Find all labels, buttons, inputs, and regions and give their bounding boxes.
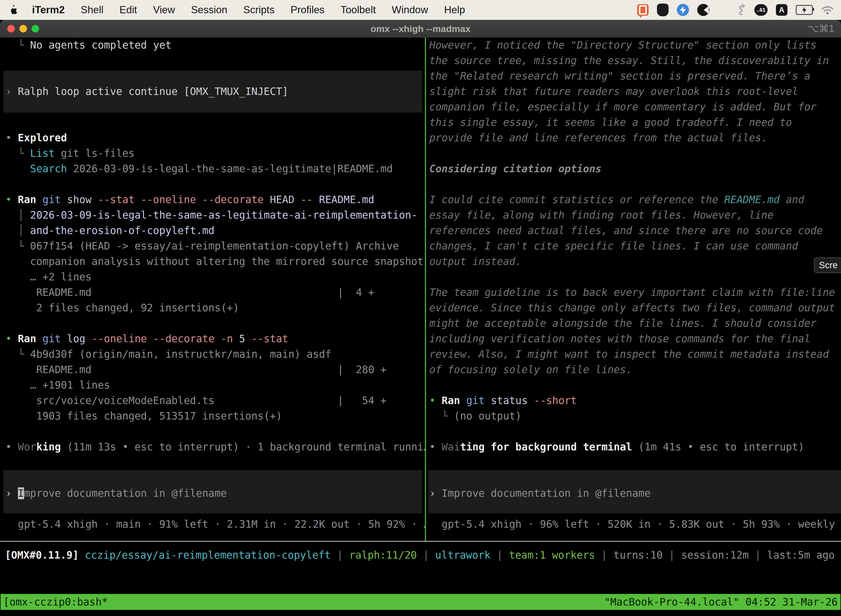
menu-item-session[interactable]: Session: [191, 4, 227, 16]
terminal-line: › Ralph loop active continue [OMX_TMUX_I…: [6, 84, 288, 99]
record-crescent-icon[interactable]: [697, 4, 709, 16]
window-title: omx --xhigh --madmax: [0, 23, 841, 34]
shield-grid-icon[interactable]: [657, 4, 668, 16]
terminal-line: Considering citation options: [429, 161, 602, 177]
menu-item-window[interactable]: Window: [392, 4, 428, 16]
terminal-line: slight risk that future readers may over…: [429, 84, 798, 99]
menu-items: iTerm2ShellEditViewSessionScriptsProfile…: [32, 4, 465, 16]
window-title-bar: omx --xhigh --madmax ⌥⌘1: [0, 20, 841, 38]
terminal-line: • Working (11m 13s • esc to interrupt) ·…: [6, 439, 425, 455]
terminal-line: including verification notes with those …: [429, 331, 810, 347]
letter-a-icon[interactable]: A: [776, 4, 787, 16]
terminal-line: the "Related research writing" section i…: [429, 69, 810, 84]
menubar-status-icons: ..61 A: [637, 4, 834, 16]
terminal-line: the source tree, missing the essay. Stil…: [429, 53, 829, 69]
terminal-line: │ and-the-erosion-of-copyleft.md: [6, 223, 214, 238]
terminal-line: • Ran git log --oneline --decorate -n 5 …: [6, 331, 288, 347]
terminal-line: 1903 files changed, 513517 insertions(+): [6, 408, 282, 424]
wifi-icon[interactable]: [821, 5, 834, 15]
terminal-line: • Ran git show --stat --oneline --decora…: [6, 192, 374, 208]
terminal-line: └ 4b9d30f (origin/main, instructkr/main,…: [6, 347, 331, 362]
terminal-line: … +1901 lines: [6, 378, 110, 393]
tmux-session-window[interactable]: [omx-cczip0:bash*: [3, 596, 108, 608]
squiggle-icon[interactable]: [737, 4, 746, 16]
pane-divider[interactable]: [425, 38, 426, 541]
terminal-line: README.md | 280 +: [6, 362, 387, 378]
menu-item-scripts[interactable]: Scripts: [243, 4, 274, 16]
terminal-line: • Explored: [6, 130, 67, 146]
menu-item-edit[interactable]: Edit: [119, 4, 137, 16]
terminal-line: › Improve documentation in @filename: [6, 486, 227, 501]
terminal-line: └ No agents completed yet: [6, 38, 171, 53]
terminal-line: gpt-5.4 xhigh · main · 91% left · 2.31M …: [6, 517, 425, 532]
menu-item-shell[interactable]: Shell: [81, 4, 104, 16]
terminal-line: Search 2026-03-09-is-legal-the-same-as-l…: [6, 161, 393, 177]
menu-item-toolbelt[interactable]: Toolbelt: [340, 4, 376, 16]
terminal-line: └ (no output): [429, 408, 522, 424]
apple-menu-icon[interactable]: [8, 4, 18, 15]
right-terminal-pane[interactable]: However, I noticed the "Directory Struct…: [429, 38, 841, 534]
menu-item-iterm2[interactable]: iTerm2: [32, 4, 65, 16]
terminal-line: › Improve documentation in @filename: [429, 486, 651, 501]
terminal-line: └ List git ls-files: [6, 146, 135, 161]
screen-sharing-tooltip: Scre: [814, 258, 841, 273]
terminal-line: src/voice/voiceModeEnabled.ts | 54 +: [6, 393, 387, 408]
terminal-line: provide file and line references from th…: [429, 130, 767, 146]
menu-item-view[interactable]: View: [153, 4, 175, 16]
terminal-line: companion file, especially if more comme…: [429, 99, 816, 115]
terminal-line: output instead.: [429, 254, 522, 269]
menu-item-help[interactable]: Help: [444, 4, 465, 16]
terminal-line: The team guideline is to back every impo…: [429, 285, 835, 300]
terminal-line: │ 2026-03-09-is-legal-the-same-as-legiti…: [6, 208, 418, 223]
terminal-line: review. Also, I might want to inspect th…: [429, 347, 829, 362]
screen: { "colors": { "g4": "#6e6e6e", "g5": "#8…: [0, 0, 841, 616]
tooltip-label: Scre: [819, 260, 838, 270]
terminal-line: gpt-5.4 xhigh · 96% left · 520K in · 5.8…: [429, 517, 841, 532]
chat-app-icon[interactable]: [637, 4, 649, 16]
terminal-line: evidence. Since this change only affects…: [429, 300, 835, 316]
tmux-host-clock: "MacBook-Pro-44.local" 04:52 31-Mar-26: [604, 596, 838, 608]
terminal-line: might be acceptable alongside the file l…: [429, 316, 816, 331]
statusline-divider: [0, 541, 841, 542]
terminal-line: README.md | 4 +: [6, 285, 374, 300]
dots-grid-icon[interactable]: [718, 5, 728, 15]
terminal-line: … +2 lines: [6, 269, 92, 285]
terminal-line: However, I noticed the "Directory Struct…: [429, 38, 816, 53]
bolt-badge-icon[interactable]: [677, 4, 689, 16]
count-badge-icon[interactable]: ..61: [755, 4, 768, 16]
omx-status-line: [OMX#0.11.9] cczip/essay/ai-reimplementa…: [5, 547, 835, 563]
terminal-line: changes, I can't cite specific file line…: [429, 238, 798, 254]
terminal-line: • Ran git status --short: [429, 393, 577, 408]
terminal-line: └ 067f154 (HEAD -> essay/ai-reimplementa…: [6, 238, 399, 254]
macos-menu-bar: iTerm2ShellEditViewSessionScriptsProfile…: [0, 0, 841, 20]
window-shortcut-badge: ⌥⌘1: [807, 23, 834, 35]
terminal-line: of focusing solely on file lines.: [429, 362, 632, 378]
menu-item-profiles[interactable]: Profiles: [290, 4, 324, 16]
left-terminal-pane[interactable]: └ No agents completed yet› Ralph loop ac…: [6, 38, 425, 534]
tmux-status-bar: [omx-cczip0:bash* "MacBook-Pro-44.local"…: [0, 594, 841, 610]
terminal-line: this single essay, it seems like a good …: [429, 115, 792, 130]
terminal-line: essay file, along with finding root file…: [429, 208, 774, 223]
terminal-line: I could cite commit statistics or refere…: [429, 192, 804, 208]
terminal-line: references need actual files, and since …: [429, 223, 823, 238]
terminal-line: 2 files changed, 92 insertions(+): [6, 300, 239, 316]
terminal-line: companion analysis without altering the …: [6, 254, 423, 269]
battery-icon[interactable]: [796, 5, 813, 15]
terminal-line: • Waiting for background terminal (1m 41…: [429, 439, 804, 455]
